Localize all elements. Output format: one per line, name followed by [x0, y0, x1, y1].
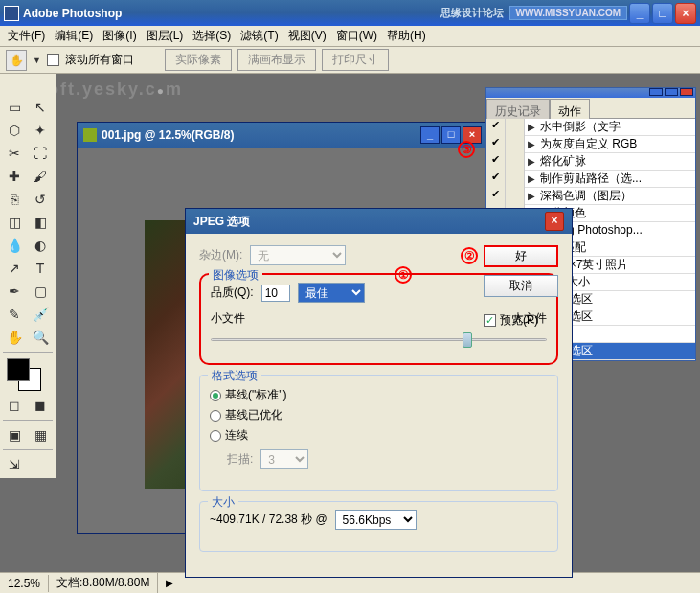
palette-tabs: 历史记录 动作 — [486, 98, 695, 119]
eraser-tool[interactable]: ◫ — [3, 212, 26, 233]
eyedropper-tool[interactable]: 💉 — [29, 304, 52, 325]
color-swatch[interactable] — [3, 356, 53, 393]
menu-view[interactable]: 视图(V) — [284, 26, 330, 46]
scan-label: 扫描: — [227, 451, 253, 468]
path-tool[interactable]: ↗ — [3, 258, 26, 279]
menu-help[interactable]: 帮助(H) — [383, 26, 430, 46]
minimize-button[interactable]: _ — [629, 3, 650, 24]
palette-minimize[interactable] — [649, 88, 663, 96]
pen-tool[interactable]: ✒ — [3, 281, 26, 302]
dialog-titlebar[interactable]: JPEG 选项 × — [186, 209, 572, 234]
fit-screen-button[interactable]: 满画布显示 — [237, 49, 316, 71]
image-options-legend: 图像选项 — [209, 267, 262, 284]
heal-tool[interactable]: ✚ — [3, 166, 26, 187]
notes-tool[interactable]: ✎ — [3, 304, 26, 325]
app-icon — [4, 6, 19, 21]
menu-layer[interactable]: 图层(L) — [143, 26, 188, 46]
action-item[interactable]: ✔▶制作剪贴路径（选... — [486, 171, 695, 188]
quality-preset-select[interactable]: 最佳 — [298, 283, 365, 303]
screen-standard[interactable]: ▣ — [3, 424, 26, 445]
format-options-legend: 格式选项 — [208, 368, 261, 384]
optimized-radio[interactable]: 基线已优化 — [210, 407, 548, 423]
annotation-2: ② — [461, 247, 478, 264]
quality-input[interactable] — [261, 285, 290, 302]
stamp-tool[interactable]: ⎘ — [3, 189, 26, 210]
progressive-radio[interactable]: 连续 — [210, 427, 548, 444]
gradient-tool[interactable]: ◧ — [29, 212, 52, 233]
type-tool[interactable]: T — [29, 258, 52, 279]
shape-tool[interactable]: ▢ — [29, 281, 52, 302]
ok-button[interactable]: 好 — [484, 245, 558, 267]
dialog-close-button[interactable]: × — [545, 212, 564, 231]
small-file-label: 小文件 — [211, 310, 245, 327]
tab-history[interactable]: 历史记录 — [486, 99, 550, 119]
tab-actions[interactable]: 动作 — [550, 99, 590, 119]
jpeg-options-dialog: JPEG 选项 × 杂边(M): 无 ① 图像选项 品质(Q): 最佳 小文件 … — [185, 208, 573, 578]
doc-maximize-button[interactable]: □ — [441, 126, 461, 144]
lasso-tool[interactable]: ⬡ — [3, 120, 26, 141]
statusbar-menu-icon[interactable]: ▶ — [158, 576, 181, 590]
toolbox: ▭↖ ⬡✦ ✂⛶ ✚🖌 ⎘↺ ◫◧ 💧◐ ↗T ✒▢ ✎💉 ✋🔍 ◻◼ ▣▦ ⇲ — [0, 74, 56, 478]
action-item[interactable]: ✔▶深褐色调（图层） — [486, 188, 695, 205]
canvas-watermark: Soft.yesky.c●m — [34, 80, 183, 100]
doc-info[interactable]: 文档:8.80M/8.80M — [49, 573, 158, 593]
baseline-radio[interactable]: 基线("标准") — [210, 387, 548, 403]
annotation-3: ③ — [458, 141, 475, 158]
document-title: 001.jpg @ 12.5%(RGB/8) — [102, 128, 234, 142]
menu-window[interactable]: 窗口(W) — [332, 26, 381, 46]
options-bar: ✋ ▼ 滚动所有窗口 实际像素 满画布显示 打印尺寸 — [0, 47, 700, 74]
zoom-tool[interactable]: 🔍 — [29, 327, 52, 348]
print-size-button[interactable]: 打印尺寸 — [322, 49, 389, 71]
main-titlebar: Adobe Photoshop 思缘设计论坛 WWW.MISSYUAN.COM … — [0, 0, 700, 26]
move-tool[interactable]: ↖ — [29, 97, 52, 118]
matte-label: 杂边(M): — [199, 247, 242, 263]
hand-tool[interactable]: ✋ — [3, 327, 26, 348]
brush-tool[interactable]: 🖌 — [29, 166, 52, 187]
action-item[interactable]: ✔▶熔化矿脉 — [486, 153, 695, 171]
palette-maximize[interactable] — [665, 88, 678, 96]
marquee-tool[interactable]: ▭ — [3, 97, 26, 118]
action-item[interactable]: ✔▶水中倒影（文字 — [486, 119, 695, 136]
quality-slider[interactable] — [211, 331, 547, 350]
menu-filter[interactable]: 滤镜(T) — [237, 26, 282, 46]
menu-select[interactable]: 选择(S) — [189, 26, 235, 46]
hand-tool-icon[interactable]: ✋ — [6, 50, 27, 71]
watermark-site: 思缘设计论坛 — [440, 6, 504, 20]
menu-image[interactable]: 图像(I) — [99, 26, 140, 46]
quickmask-off[interactable]: ◻ — [3, 395, 26, 416]
jump-to[interactable]: ⇲ — [3, 454, 26, 475]
screen-extra[interactable]: ▦ — [29, 424, 52, 445]
tool-dropdown-icon[interactable]: ▼ — [33, 56, 41, 65]
history-brush-tool[interactable]: ↺ — [29, 189, 52, 210]
scroll-all-checkbox[interactable] — [47, 54, 59, 66]
crop-tool[interactable]: ✂ — [3, 143, 26, 164]
palette-titlebar[interactable] — [486, 88, 695, 98]
maximize-button[interactable]: □ — [652, 3, 673, 24]
actual-pixels-button[interactable]: 实际像素 — [165, 49, 232, 71]
slice-tool[interactable]: ⛶ — [29, 143, 52, 164]
preview-checkbox[interactable]: ✓预览(P) — [484, 312, 558, 329]
size-value: ~409.71K / 72.38 秒 @ — [210, 512, 327, 528]
zoom-level[interactable]: 12.5% — [0, 575, 49, 592]
scan-select: 3 — [260, 449, 308, 469]
close-button[interactable]: × — [675, 3, 696, 24]
palette-close[interactable] — [680, 88, 693, 96]
menubar: 文件(F) 编辑(E) 图像(I) 图层(L) 选择(S) 滤镜(T) 视图(V… — [0, 26, 700, 47]
menu-edit[interactable]: 编辑(E) — [51, 26, 97, 46]
bandwidth-select[interactable]: 56.6Kbps — [335, 510, 417, 530]
quickmask-on[interactable]: ◼ — [29, 395, 52, 416]
workspace: Soft.yesky.c●m ▭↖ ⬡✦ ✂⛶ ✚🖌 ⎘↺ ◫◧ 💧◐ ↗T ✒… — [0, 74, 700, 572]
dialog-title: JPEG 选项 — [193, 214, 250, 230]
watermark-url: WWW.MISSYUAN.COM — [509, 6, 627, 20]
doc-minimize-button[interactable]: _ — [420, 126, 440, 144]
document-icon — [83, 128, 97, 142]
dodge-tool[interactable]: ◐ — [29, 235, 52, 256]
quality-label: 品质(Q): — [211, 285, 254, 301]
blur-tool[interactable]: 💧 — [3, 235, 26, 256]
jump-to2[interactable] — [29, 454, 52, 475]
document-titlebar[interactable]: 001.jpg @ 12.5%(RGB/8) _ □ × — [78, 123, 487, 148]
menu-file[interactable]: 文件(F) — [4, 26, 49, 46]
wand-tool[interactable]: ✦ — [29, 120, 52, 141]
cancel-button[interactable]: 取消 — [484, 275, 558, 297]
action-item[interactable]: ✔▶为灰度自定义 RGB — [486, 136, 695, 153]
